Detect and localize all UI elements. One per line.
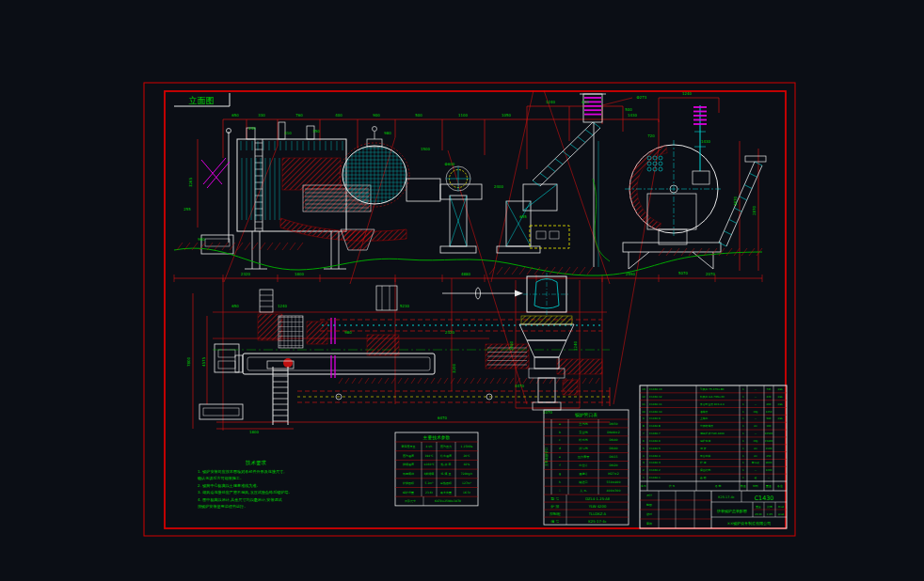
svg-text:420: 420 <box>767 396 772 399</box>
svg-text:序号: 序号 <box>641 484 646 488</box>
svg-text:燃用煤种: 燃用煤种 <box>403 472 414 476</box>
svg-text:350: 350 <box>312 129 320 133</box>
svg-text:Φ273: Φ273 <box>637 95 647 100</box>
svg-text:2400: 2400 <box>494 184 504 189</box>
svg-text:5.2m²: 5.2m² <box>425 481 435 485</box>
svg-text:f: f <box>559 463 561 467</box>
svg-text:i: i <box>560 489 561 493</box>
svg-text:194℃: 194℃ <box>424 454 434 458</box>
svg-text:1800: 1800 <box>295 272 305 276</box>
svg-text:13: 13 <box>642 387 645 391</box>
svg-text:4575: 4575 <box>201 356 206 367</box>
sheet-borders <box>144 83 795 536</box>
svg-text:850: 850 <box>767 455 772 458</box>
svg-text:给水温度: 给水温度 <box>440 454 452 458</box>
svg-text:1: 1 <box>742 387 744 391</box>
svg-text:A3: A3 <box>754 455 757 458</box>
svg-text:2590: 2590 <box>626 272 636 276</box>
svg-text:400×300: 400×300 <box>607 489 621 493</box>
svg-text:b: b <box>559 431 561 434</box>
svg-text:2320: 2320 <box>445 330 455 335</box>
svg-text:引风机 Y5-47No.8C: 引风机 Y5-47No.8C <box>700 387 725 391</box>
svg-text:1200: 1200 <box>766 469 773 472</box>
svg-text:600: 600 <box>581 100 589 104</box>
svg-text:650: 650 <box>231 113 239 118</box>
svg-text:1. 锅炉安装前应按本图核对各部件外形及连接尺寸,: 1. 锅炉安装前应按本图核对各部件外形及连接尺寸, <box>198 469 284 474</box>
svg-text:上煤机: 上煤机 <box>700 416 709 420</box>
svg-text:材料: 材料 <box>752 484 758 488</box>
svg-text:—: — <box>755 396 757 399</box>
svg-text:1: 1 <box>742 468 744 472</box>
svg-text:1: 1 <box>742 410 744 414</box>
steam-drum <box>343 146 406 204</box>
svg-text:1: 1 <box>742 395 744 399</box>
svg-text:A3: A3 <box>754 448 757 450</box>
outlet-duct <box>406 179 440 201</box>
svg-text:C1430.13: C1430.13 <box>649 387 662 391</box>
svg-text:1100: 1100 <box>458 113 469 118</box>
svg-text:—: — <box>755 403 757 406</box>
svg-text:—: — <box>755 469 757 472</box>
svg-text:安全阀: 安全阀 <box>579 431 588 434</box>
drawing-sheet: 立面图 <box>0 0 924 581</box>
svg-text:数量: 数量 <box>741 484 746 488</box>
svg-text:4 t/h: 4 t/h <box>426 445 433 448</box>
svg-text:鼓风机 G4-73No.6C: 鼓风机 G4-73No.6C <box>700 395 725 399</box>
svg-text:23.6t: 23.6t <box>425 491 434 495</box>
svg-text:1: 1 <box>742 402 744 406</box>
svg-text:锅炉管口表: 锅炉管口表 <box>575 412 597 418</box>
view-label-text: 立面图 <box>189 96 215 105</box>
svg-text:DZL4-1.25-AⅡ: DZL4-1.25-AⅡ <box>585 496 610 501</box>
svg-text:排烟温度: 排烟温度 <box>403 463 414 466</box>
svg-text:确认无误后方可组装施工。: 确认无误后方可组装施工。 <box>197 476 244 480</box>
ash-hopper <box>341 229 374 250</box>
svg-text:a: a <box>559 422 561 426</box>
upper-elevation-view <box>174 94 766 275</box>
svg-text:C1430.10: C1430.10 <box>649 410 662 414</box>
svg-text:1430: 1430 <box>628 113 638 118</box>
svg-text:7800: 7800 <box>186 356 191 367</box>
svg-text:外购: 外购 <box>777 402 783 406</box>
mill-lining <box>629 146 667 231</box>
svg-text:23.6t: 23.6t <box>755 512 762 516</box>
svg-text:h: h <box>559 480 561 484</box>
svg-text:Φ600: Φ600 <box>445 162 455 166</box>
svg-text:1070: 1070 <box>543 410 553 415</box>
svg-text:省煤器: 省煤器 <box>700 410 709 414</box>
svg-text:—: — <box>768 477 771 479</box>
svg-text:8600: 8600 <box>766 462 773 464</box>
parameter-table: 主要技术参数额定蒸发量4 t/h蒸汽压力1.25MPa蒸汽温度194℃给水温度2… <box>395 432 478 506</box>
svg-text:TLLDKZ-A: TLLDKZ-A <box>588 511 607 516</box>
svg-text:980: 980 <box>344 330 352 335</box>
cad-canvas[interactable]: 立面图 <box>0 0 924 581</box>
svg-text:1.25MPa: 1.25MPa <box>461 445 473 448</box>
svg-text:860: 860 <box>767 403 772 406</box>
svg-text:1430: 1430 <box>701 139 711 144</box>
svg-text:9: 9 <box>643 416 645 420</box>
svg-text:1:25: 1:25 <box>767 512 773 516</box>
svg-text:1: 1 <box>742 424 744 428</box>
svg-text:1240: 1240 <box>682 91 693 96</box>
svg-text:锅炉本体: 锅炉本体 <box>699 439 710 443</box>
svg-text:共1张: 共1张 <box>778 505 785 509</box>
svg-text:最大件重: 最大件重 <box>440 491 452 495</box>
svg-text:720: 720 <box>647 133 655 138</box>
svg-text:550×400: 550×400 <box>607 480 621 484</box>
svg-text:7: 7 <box>643 432 645 435</box>
svg-text:耗 煤 量: 耗 煤 量 <box>441 472 452 476</box>
boiler-ladder <box>255 143 263 228</box>
svg-text:5: 5 <box>643 447 645 450</box>
svg-text:C1430.11: C1430.11 <box>649 402 662 406</box>
svg-text:型 号: 型 号 <box>551 496 560 501</box>
svg-text:制图: 制图 <box>646 503 652 507</box>
svg-text:炉 排: 炉 排 <box>551 504 560 509</box>
svg-text:YLW-4200: YLW-4200 <box>589 504 607 509</box>
svg-text:外购: 外购 <box>777 395 783 399</box>
svg-text:DN40×2: DN40×2 <box>607 431 620 434</box>
svg-text:C1430.6: C1430.6 <box>649 439 661 443</box>
svg-text:500: 500 <box>625 107 632 112</box>
svg-text:耐火砖: 耐火砖 <box>752 461 759 464</box>
svg-text:名 称: 名 称 <box>715 484 722 488</box>
svg-text:20g: 20g <box>754 411 758 414</box>
plan-ladder <box>273 367 288 425</box>
